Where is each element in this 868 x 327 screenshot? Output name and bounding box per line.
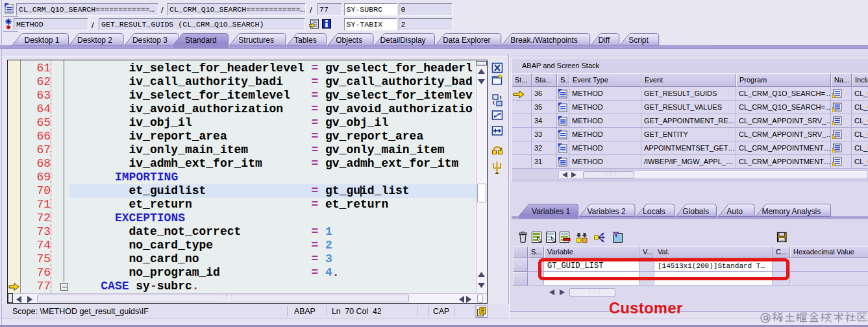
svg-text:Diff: Diff: [599, 36, 610, 45]
svg-text:Desktop 2: Desktop 2: [77, 36, 112, 45]
svg-text:Locals: Locals: [643, 207, 665, 216]
svg-text:Structures: Structures: [238, 36, 274, 45]
svg-text:DetailDisplay: DetailDisplay: [380, 36, 426, 45]
svg-text:Desktop 3: Desktop 3: [132, 36, 167, 45]
svg-text:Memory Analysis: Memory Analysis: [762, 207, 821, 216]
svg-text:Globals: Globals: [682, 207, 709, 216]
svg-text:Objects: Objects: [336, 36, 362, 45]
svg-text:Script: Script: [628, 36, 649, 45]
svg-text:Standard: Standard: [185, 36, 217, 45]
svg-text:Tables: Tables: [294, 36, 317, 45]
svg-text:Variables 2: Variables 2: [587, 207, 625, 216]
svg-text:Break./Watchpoints: Break./Watchpoints: [510, 36, 578, 45]
svg-text:Data Explorer: Data Explorer: [443, 36, 490, 45]
svg-text:Desktop 1: Desktop 1: [24, 36, 59, 45]
svg-text:Auto: Auto: [726, 207, 743, 216]
svg-text:Variables 1: Variables 1: [532, 207, 570, 216]
